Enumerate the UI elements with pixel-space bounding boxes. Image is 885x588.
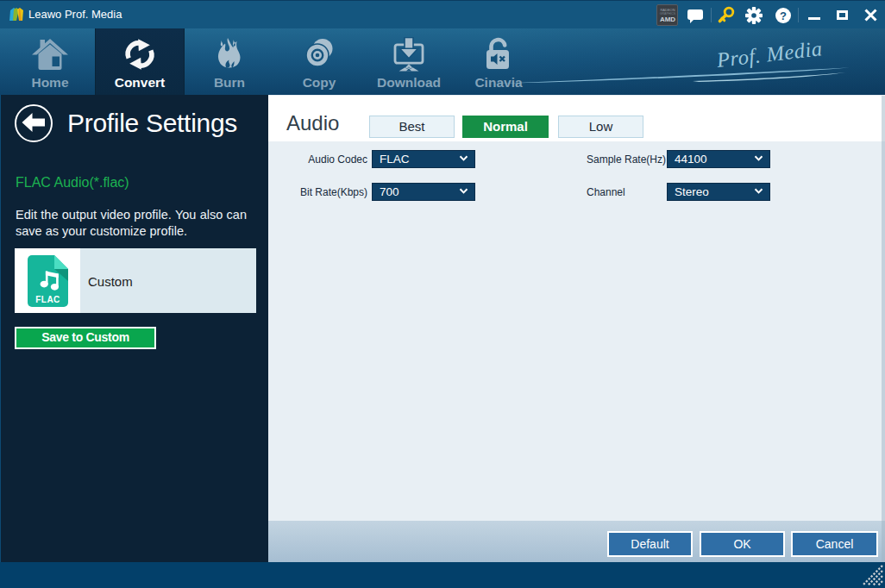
- svg-text:?: ?: [780, 9, 787, 22]
- svg-text:FLAC: FLAC: [35, 295, 60, 304]
- svg-text:Prof. Media: Prof. Media: [715, 36, 824, 72]
